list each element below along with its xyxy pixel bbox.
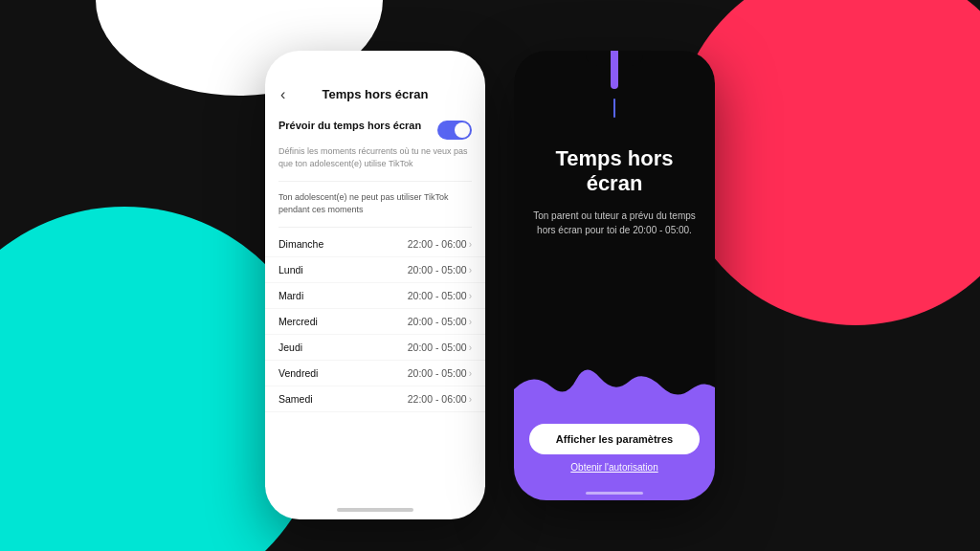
chevron-icon: › bbox=[469, 394, 472, 405]
afficher-button[interactable]: Afficher les paramètres bbox=[529, 424, 700, 454]
divider-2 bbox=[278, 227, 472, 228]
chevron-icon: › bbox=[469, 368, 472, 379]
day-label: Mercredi bbox=[278, 316, 318, 327]
time-label: 20:00 - 05:00 › bbox=[408, 290, 472, 301]
home-bar-right bbox=[586, 492, 643, 495]
toggle-row: Prévoir du temps hors écran bbox=[265, 109, 485, 145]
toggle-switch[interactable] bbox=[437, 121, 472, 140]
schedule-item[interactable]: Lundi 20:00 - 05:00 › bbox=[265, 257, 485, 283]
time-label: 20:00 - 05:00 › bbox=[408, 367, 472, 379]
day-label: Samedi bbox=[278, 393, 313, 405]
notice-text: Ton adolescent(e) ne peut pas utiliser T… bbox=[265, 186, 485, 223]
phone-header: ‹ Temps hors écran bbox=[265, 79, 485, 109]
notch-left bbox=[337, 51, 413, 72]
day-label: Vendredi bbox=[278, 367, 318, 379]
back-arrow-icon[interactable]: ‹ bbox=[280, 86, 285, 103]
time-label: 20:00 - 05:00 › bbox=[408, 316, 472, 327]
schedule-item[interactable]: Mercredi 20:00 - 05:00 › bbox=[265, 309, 485, 335]
right-subtitle: Ton parent ou tuteur a prévu du temps ho… bbox=[533, 209, 696, 237]
phone-left-title: Temps hors écran bbox=[322, 87, 428, 101]
phone-right-top: Temps hors écran Ton parent ou tuteur a … bbox=[514, 51, 715, 361]
home-indicator-left bbox=[337, 508, 413, 512]
chevron-icon: › bbox=[469, 265, 472, 276]
drip-decoration bbox=[611, 51, 618, 89]
time-label: 22:00 - 06:00 › bbox=[408, 238, 472, 250]
day-label: Mardi bbox=[278, 290, 303, 301]
phone-left-content: ‹ Temps hors écran Prévoir du temps hors… bbox=[265, 51, 485, 519]
toggle-subtitle: Définis les moments récurrents où tu ne … bbox=[265, 145, 485, 177]
right-main-title: Temps hors écran bbox=[555, 146, 673, 197]
chevron-icon: › bbox=[469, 317, 472, 327]
time-label: 20:00 - 05:00 › bbox=[408, 342, 472, 353]
day-label: Lundi bbox=[278, 264, 303, 276]
schedule-item[interactable]: Dimanche 22:00 - 06:00 › bbox=[265, 231, 485, 257]
phone-left: ‹ Temps hors écran Prévoir du temps hors… bbox=[265, 51, 485, 519]
day-label: Dimanche bbox=[278, 238, 323, 250]
splash-area bbox=[514, 361, 715, 408]
schedule-item[interactable]: Vendredi 20:00 - 05:00 › bbox=[265, 361, 485, 386]
screen-icon bbox=[613, 99, 615, 118]
time-label: 20:00 - 05:00 › bbox=[408, 264, 472, 276]
day-label: Jeudi bbox=[278, 342, 302, 353]
chevron-icon: › bbox=[469, 342, 472, 353]
divider-1 bbox=[278, 181, 472, 182]
chevron-icon: › bbox=[469, 291, 472, 301]
phone-right: Temps hors écran Ton parent ou tuteur a … bbox=[514, 51, 715, 500]
schedule-item[interactable]: Jeudi 20:00 - 05:00 › bbox=[265, 335, 485, 361]
schedule-item[interactable]: Samedi 22:00 - 06:00 › bbox=[265, 386, 485, 412]
phone-right-bottom: Afficher les paramètres Obtenir l'autori… bbox=[514, 408, 715, 492]
obtenir-link[interactable]: Obtenir l'autorisation bbox=[570, 462, 657, 473]
phones-container: ‹ Temps hors écran Prévoir du temps hors… bbox=[0, 0, 980, 551]
wave-svg bbox=[514, 361, 715, 408]
time-label: 22:00 - 06:00 › bbox=[408, 393, 472, 405]
toggle-label: Prévoir du temps hors écran bbox=[278, 119, 430, 132]
schedule-list: Dimanche 22:00 - 06:00 › Lundi 20:00 - 0… bbox=[265, 231, 485, 412]
chevron-icon: › bbox=[469, 239, 472, 250]
schedule-item[interactable]: Mardi 20:00 - 05:00 › bbox=[265, 283, 485, 309]
home-indicator-right-wrapper bbox=[514, 492, 715, 500]
